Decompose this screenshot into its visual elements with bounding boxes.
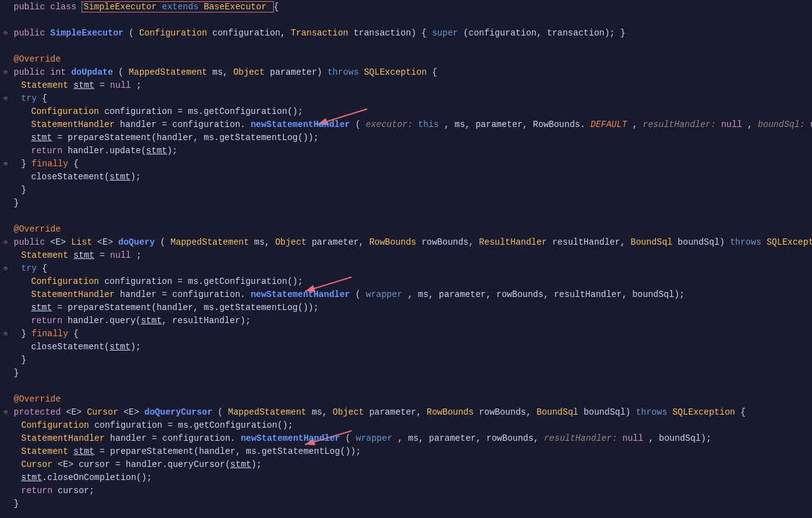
line-content-9: Configuration configuration = ms.getConf… [11, 106, 812, 116]
fold-icon-6: ⊖ [4, 68, 7, 76]
fold-icon-21: ⊖ [4, 265, 7, 272]
line-content-15: } [11, 185, 812, 195]
annotation-override-1: @Override [14, 54, 61, 64]
code-line-11: stmt = prepareStatement(handler, ms.getS… [0, 131, 812, 144]
gutter-8: ⊖ [0, 95, 11, 102]
keyword-public: public [14, 2, 50, 12]
line-content-35: Statement stmt = prepareStatement(handle… [11, 446, 812, 456]
keyword-class: class [50, 2, 82, 12]
code-line-5: @Override [0, 52, 812, 65]
brace-open: { [274, 2, 279, 12]
class-simpleexecutor: SimpleExecutor [83, 2, 162, 12]
code-line-15: } [0, 183, 812, 196]
code-line-17 [0, 209, 812, 222]
line-content-20: Statement stmt = null ; [11, 250, 812, 260]
gutter-3: ⊖ [0, 29, 11, 37]
line-content-27: closeStatement(stmt); [11, 342, 812, 352]
line-content-24: stmt = prepareStatement(handler, ms.getS… [11, 303, 812, 313]
line-content-26: } finally { [11, 329, 812, 339]
line-content-32: protected <E> Cursor <E> doQueryCursor (… [11, 407, 812, 417]
code-line-18: @Override [0, 222, 812, 235]
line-content-21: try { [11, 263, 812, 273]
code-line-21: ⊖ try { [0, 261, 812, 275]
code-line-22: Configuration configuration = ms.getConf… [0, 275, 812, 288]
code-line-1: public class SimpleExecutor extends Base… [0, 0, 812, 13]
code-line-2 [0, 13, 812, 26]
type-configuration: Configuration [139, 28, 207, 38]
line-content-25: return handler.query(stmt, resultHandler… [11, 316, 812, 326]
line-content-19: public <E> List <E> doQuery ( MappedStat… [11, 237, 812, 247]
code-line-37: stmt.closeOnCompletion(); [0, 471, 812, 484]
gutter-32: ⊖ [0, 408, 11, 416]
keyword-finally-2: finally [32, 329, 73, 339]
code-line-31: @Override [0, 392, 812, 405]
code-line-10: StatementHandler handler = configuration… [0, 118, 812, 131]
kw-public-6: public [14, 67, 50, 77]
code-line-12: return handler.update(stmt); [0, 144, 812, 157]
code-line-34: StatementHandler handler = configuration… [0, 431, 812, 445]
gutter-26: ⊖ [0, 330, 11, 337]
line-content-39: } [11, 499, 812, 509]
line-content-37: stmt.closeOnCompletion(); [11, 473, 812, 483]
keyword-extends: extends [162, 2, 203, 12]
code-line-23: StatementHandler handler = configuration… [0, 288, 812, 301]
kw-public-3: public [14, 28, 50, 38]
line-content-22: Configuration configuration = ms.getConf… [11, 276, 812, 286]
line-content-10: StatementHandler handler = configuration… [11, 120, 812, 130]
code-line-19: ⊖ public <E> List <E> doQuery ( MappedSt… [0, 235, 812, 248]
line-content-31: @Override [11, 394, 812, 404]
line-content-12: return handler.update(stmt); [11, 146, 812, 156]
code-line-6: ⊖ public int doUpdate ( MappedStatement … [0, 65, 812, 78]
line-content-16: } [11, 198, 812, 208]
class-baseexecutor: BaseExecutor [203, 2, 266, 12]
code-line-20: Statement stmt = null ; [0, 248, 812, 261]
line-content-1: public class SimpleExecutor extends Base… [11, 2, 812, 12]
fold-icon-8: ⊖ [4, 95, 7, 102]
line-content-11: stmt = prepareStatement(handler, ms.getS… [11, 133, 812, 143]
kw-int: int [50, 67, 72, 77]
line-content-28: } [11, 355, 812, 365]
line-content-33: Configuration configuration = ms.getConf… [11, 420, 812, 430]
line-content-6: public int doUpdate ( MappedStatement ms… [11, 67, 812, 77]
fold-icon-3: ⊖ [4, 29, 7, 37]
code-line-28: } [0, 353, 812, 366]
code-line-9: Configuration configuration = ms.getConf… [0, 105, 812, 118]
code-line-24: stmt = prepareStatement(handler, ms.getS… [0, 301, 812, 314]
line-content-29: } [11, 368, 812, 378]
code-line-39: } [0, 497, 812, 510]
code-line-32: ⊖ protected <E> Cursor <E> doQueryCursor… [0, 405, 812, 418]
line-content-3: public SimpleExecutor ( Configuration co… [11, 28, 812, 38]
constructor-params: ( [129, 28, 134, 38]
line-content-14: closeStatement(stmt); [11, 172, 812, 182]
gutter-19: ⊖ [0, 238, 11, 246]
code-line-36: Cursor <E> cursor = handler.queryCursor(… [0, 458, 812, 471]
gutter-6: ⊖ [0, 68, 11, 76]
code-line-7: Statement stmt = null ; [0, 78, 812, 92]
code-line-30 [0, 379, 812, 392]
gutter-13: ⊖ [0, 160, 11, 167]
code-editor: public class SimpleExecutor extends Base… [0, 0, 812, 518]
fold-icon-13: ⊖ [4, 160, 7, 167]
code-line-26: ⊖ } finally { [0, 327, 812, 340]
code-line-33: Configuration configuration = ms.getConf… [0, 418, 812, 431]
fold-icon-26: ⊖ [4, 330, 7, 337]
line-content-23: StatementHandler handler = configuration… [11, 290, 812, 299]
method-doupdate: doUpdate [71, 67, 113, 77]
annotation-override-3: @Override [14, 394, 61, 404]
type-transaction: Transaction [291, 28, 348, 38]
code-line-29: } [0, 366, 812, 379]
gutter-21: ⊖ [0, 265, 11, 272]
code-line-25: return handler.query(stmt, resultHandler… [0, 314, 812, 327]
code-line-16: } [0, 196, 812, 209]
code-line-4 [0, 39, 812, 52]
fold-icon-32: ⊖ [4, 408, 7, 416]
code-line-14: closeStatement(stmt); [0, 170, 812, 183]
line-content-36: Cursor <E> cursor = handler.queryCursor(… [11, 459, 812, 469]
code-line-13: ⊖ } finally { [0, 157, 812, 170]
code-line-3: ⊖ public SimpleExecutor ( Configuration … [0, 26, 812, 39]
line-content-7: Statement stmt = null ; [11, 80, 812, 90]
line-content-34: StatementHandler handler = configuration… [11, 433, 812, 443]
line-content-18: @Override [11, 224, 812, 234]
line-content-8: try { [11, 93, 812, 103]
annotation-override-2: @Override [14, 224, 61, 234]
